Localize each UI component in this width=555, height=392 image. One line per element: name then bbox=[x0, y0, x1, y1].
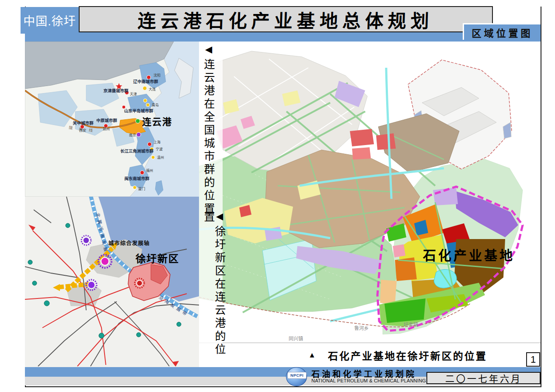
slide-page: 中国.徐圩 连云港石化产业基地总体规划 区域位置图 bbox=[0, 0, 555, 392]
svg-text:西安: 西安 bbox=[79, 128, 86, 132]
town-label: 鲁河乡 bbox=[354, 325, 369, 331]
town-label: 圩丰镇 bbox=[404, 322, 418, 327]
svg-text:福州: 福州 bbox=[146, 169, 153, 173]
page-number: 1 bbox=[531, 354, 536, 365]
cluster-label: 关中城市群 bbox=[73, 121, 94, 125]
cluster-label: 辽中南城市群 bbox=[133, 79, 158, 84]
svg-text:宁波: 宁波 bbox=[156, 147, 163, 151]
vertical-caption-2: ◀徐圩新区在连云港的位置 bbox=[203, 211, 225, 367]
triangle-left-icon: ◀ bbox=[204, 44, 214, 59]
bottom-caption-text: 石化产业基地在徐圩新区的位置 bbox=[328, 348, 487, 363]
city-map: 北翼沿海发展带 沿海发展带 bbox=[25, 197, 199, 367]
svg-text:郑州: 郑州 bbox=[103, 127, 110, 131]
triangle-left-icon: ◀ bbox=[215, 211, 225, 225]
svg-text:温州: 温州 bbox=[157, 156, 164, 160]
town-label: 同兴镇 bbox=[289, 336, 303, 341]
main-map-wrap: 同兴镇 鲁河乡 圩丰镇 石化产业基地 bbox=[199, 42, 541, 343]
cluster-label: 中原城市群 bbox=[96, 118, 117, 123]
date-label: 二〇一七年六月 bbox=[445, 371, 522, 385]
svg-text:天津: 天津 bbox=[130, 92, 137, 96]
svg-text:南京: 南京 bbox=[129, 133, 136, 137]
npcpi-logo: NPCPI bbox=[287, 372, 307, 379]
institute-name-cn: 石油和化学工业规划院 bbox=[311, 368, 412, 376]
cluster-label: 长江三角洲城市群 bbox=[120, 149, 154, 153]
vertical-caption-1: ◀连云港在全国城市群的位置 bbox=[203, 44, 214, 232]
npcpi-logo-text: NPCPI bbox=[290, 373, 304, 378]
china-map-panel: 陇海线 辽中南城市群 京津唐城市群 bbox=[25, 42, 199, 197]
xuwei-district-label: 徐圩新区 bbox=[135, 253, 179, 264]
vertical-caption-1-text: 连云港在全国城市群的位置 bbox=[202, 59, 215, 216]
page-number-box: 1 bbox=[526, 352, 540, 367]
base-label: 石化产业基地 bbox=[422, 248, 515, 263]
vertical-caption-2-text: 徐圩新区在连云港的位置 bbox=[202, 211, 226, 357]
bottom-caption-strip: ▲ 石化产业基地在徐圩新区的位置 bbox=[199, 343, 541, 367]
cluster-label: 闽东南城市群 bbox=[124, 176, 150, 181]
cluster-label: 京津唐城市群 bbox=[103, 88, 129, 93]
svg-text:青岛: 青岛 bbox=[152, 103, 159, 107]
lianyungang-label: 连云港 bbox=[142, 117, 172, 127]
city-map-panel: 北翼沿海发展带 沿海发展带 bbox=[25, 197, 199, 367]
svg-text:沈阳: 沈阳 bbox=[154, 73, 161, 77]
svg-text:上海: 上海 bbox=[154, 140, 161, 144]
institute-name-en: NATIONAL PETROLEUM & CHEMICAL PLANNING I… bbox=[311, 378, 425, 385]
axis-label: 城市综合发展轴 bbox=[108, 240, 150, 246]
brand-box: 中国.徐圩 bbox=[21, 7, 79, 34]
svg-text:厦门: 厦门 bbox=[138, 187, 145, 191]
triangle-up-icon: ▲ bbox=[308, 351, 316, 360]
title-box: 连云港石化产业基地总体规划 bbox=[79, 6, 493, 32]
date-box: 二〇一七年六月 bbox=[426, 372, 541, 384]
page-title: 连云港石化产业基地总体规划 bbox=[137, 6, 434, 33]
svg-text:大连: 大连 bbox=[149, 87, 156, 91]
main-map: 同兴镇 鲁河乡 圩丰镇 石化产业基地 bbox=[199, 42, 541, 343]
china-map: 陇海线 辽中南城市群 京津唐城市群 bbox=[25, 42, 199, 197]
brand-label: 中国.徐圩 bbox=[23, 12, 76, 29]
corner-label: 区域位置图 bbox=[471, 25, 533, 39]
cluster-label: 山东半岛城市群 bbox=[124, 108, 154, 113]
main-map-area: 同兴镇 鲁河乡 圩丰镇 石化产业基地 ▲ 石化产业基地在徐圩新区的位置 ◀连云港… bbox=[199, 42, 541, 367]
corner-label-box: 区域位置图 bbox=[463, 23, 541, 40]
